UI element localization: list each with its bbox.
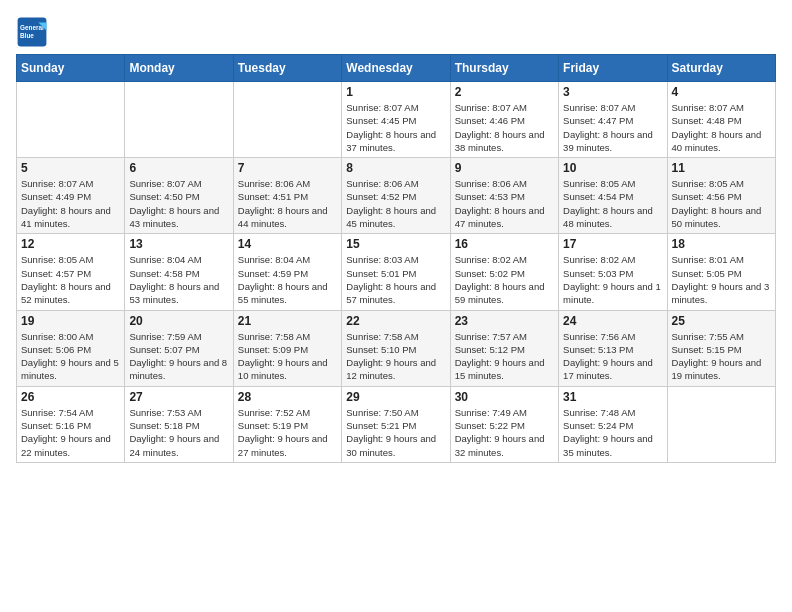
logo: General Blue xyxy=(16,16,52,48)
day-number: 24 xyxy=(563,314,662,328)
calendar-cell: 28Sunrise: 7:52 AM Sunset: 5:19 PM Dayli… xyxy=(233,386,341,462)
day-number: 23 xyxy=(455,314,554,328)
calendar-cell: 2Sunrise: 8:07 AM Sunset: 4:46 PM Daylig… xyxy=(450,82,558,158)
calendar-cell: 8Sunrise: 8:06 AM Sunset: 4:52 PM Daylig… xyxy=(342,158,450,234)
day-info: Sunrise: 8:07 AM Sunset: 4:46 PM Dayligh… xyxy=(455,101,554,154)
day-info: Sunrise: 8:07 AM Sunset: 4:47 PM Dayligh… xyxy=(563,101,662,154)
day-info: Sunrise: 8:07 AM Sunset: 4:49 PM Dayligh… xyxy=(21,177,120,230)
day-number: 29 xyxy=(346,390,445,404)
calendar-cell: 18Sunrise: 8:01 AM Sunset: 5:05 PM Dayli… xyxy=(667,234,775,310)
calendar-cell: 16Sunrise: 8:02 AM Sunset: 5:02 PM Dayli… xyxy=(450,234,558,310)
calendar-cell: 1Sunrise: 8:07 AM Sunset: 4:45 PM Daylig… xyxy=(342,82,450,158)
day-number: 13 xyxy=(129,237,228,251)
day-info: Sunrise: 8:07 AM Sunset: 4:45 PM Dayligh… xyxy=(346,101,445,154)
day-number: 4 xyxy=(672,85,771,99)
day-info: Sunrise: 8:04 AM Sunset: 4:59 PM Dayligh… xyxy=(238,253,337,306)
day-number: 6 xyxy=(129,161,228,175)
day-info: Sunrise: 7:58 AM Sunset: 5:09 PM Dayligh… xyxy=(238,330,337,383)
calendar-cell: 6Sunrise: 8:07 AM Sunset: 4:50 PM Daylig… xyxy=(125,158,233,234)
day-number: 26 xyxy=(21,390,120,404)
calendar-week-row: 12Sunrise: 8:05 AM Sunset: 4:57 PM Dayli… xyxy=(17,234,776,310)
day-info: Sunrise: 8:06 AM Sunset: 4:51 PM Dayligh… xyxy=(238,177,337,230)
day-info: Sunrise: 8:00 AM Sunset: 5:06 PM Dayligh… xyxy=(21,330,120,383)
calendar-cell: 3Sunrise: 8:07 AM Sunset: 4:47 PM Daylig… xyxy=(559,82,667,158)
calendar-cell: 9Sunrise: 8:06 AM Sunset: 4:53 PM Daylig… xyxy=(450,158,558,234)
day-info: Sunrise: 7:53 AM Sunset: 5:18 PM Dayligh… xyxy=(129,406,228,459)
day-number: 15 xyxy=(346,237,445,251)
calendar-header-row: SundayMondayTuesdayWednesdayThursdayFrid… xyxy=(17,55,776,82)
day-number: 9 xyxy=(455,161,554,175)
calendar-cell: 29Sunrise: 7:50 AM Sunset: 5:21 PM Dayli… xyxy=(342,386,450,462)
day-of-week-header: Sunday xyxy=(17,55,125,82)
calendar-cell: 27Sunrise: 7:53 AM Sunset: 5:18 PM Dayli… xyxy=(125,386,233,462)
calendar-cell: 30Sunrise: 7:49 AM Sunset: 5:22 PM Dayli… xyxy=(450,386,558,462)
calendar-cell: 31Sunrise: 7:48 AM Sunset: 5:24 PM Dayli… xyxy=(559,386,667,462)
calendar-cell: 4Sunrise: 8:07 AM Sunset: 4:48 PM Daylig… xyxy=(667,82,775,158)
day-number: 17 xyxy=(563,237,662,251)
calendar-cell xyxy=(17,82,125,158)
day-info: Sunrise: 7:52 AM Sunset: 5:19 PM Dayligh… xyxy=(238,406,337,459)
calendar-cell xyxy=(125,82,233,158)
calendar-cell: 22Sunrise: 7:58 AM Sunset: 5:10 PM Dayli… xyxy=(342,310,450,386)
day-number: 22 xyxy=(346,314,445,328)
day-info: Sunrise: 7:54 AM Sunset: 5:16 PM Dayligh… xyxy=(21,406,120,459)
day-number: 28 xyxy=(238,390,337,404)
day-number: 2 xyxy=(455,85,554,99)
day-number: 11 xyxy=(672,161,771,175)
calendar-cell: 13Sunrise: 8:04 AM Sunset: 4:58 PM Dayli… xyxy=(125,234,233,310)
day-number: 3 xyxy=(563,85,662,99)
calendar-cell: 24Sunrise: 7:56 AM Sunset: 5:13 PM Dayli… xyxy=(559,310,667,386)
calendar-cell: 20Sunrise: 7:59 AM Sunset: 5:07 PM Dayli… xyxy=(125,310,233,386)
day-info: Sunrise: 8:04 AM Sunset: 4:58 PM Dayligh… xyxy=(129,253,228,306)
calendar-cell: 15Sunrise: 8:03 AM Sunset: 5:01 PM Dayli… xyxy=(342,234,450,310)
day-number: 20 xyxy=(129,314,228,328)
day-info: Sunrise: 7:58 AM Sunset: 5:10 PM Dayligh… xyxy=(346,330,445,383)
calendar-week-row: 1Sunrise: 8:07 AM Sunset: 4:45 PM Daylig… xyxy=(17,82,776,158)
calendar-cell: 11Sunrise: 8:05 AM Sunset: 4:56 PM Dayli… xyxy=(667,158,775,234)
page-header: General Blue xyxy=(16,16,776,48)
calendar-cell: 5Sunrise: 8:07 AM Sunset: 4:49 PM Daylig… xyxy=(17,158,125,234)
day-number: 1 xyxy=(346,85,445,99)
day-info: Sunrise: 8:06 AM Sunset: 4:52 PM Dayligh… xyxy=(346,177,445,230)
day-info: Sunrise: 8:06 AM Sunset: 4:53 PM Dayligh… xyxy=(455,177,554,230)
calendar-cell: 25Sunrise: 7:55 AM Sunset: 5:15 PM Dayli… xyxy=(667,310,775,386)
day-of-week-header: Tuesday xyxy=(233,55,341,82)
day-number: 18 xyxy=(672,237,771,251)
day-info: Sunrise: 8:05 AM Sunset: 4:54 PM Dayligh… xyxy=(563,177,662,230)
day-number: 21 xyxy=(238,314,337,328)
day-info: Sunrise: 8:05 AM Sunset: 4:57 PM Dayligh… xyxy=(21,253,120,306)
day-number: 8 xyxy=(346,161,445,175)
day-number: 19 xyxy=(21,314,120,328)
day-number: 16 xyxy=(455,237,554,251)
day-info: Sunrise: 8:01 AM Sunset: 5:05 PM Dayligh… xyxy=(672,253,771,306)
day-number: 5 xyxy=(21,161,120,175)
day-number: 14 xyxy=(238,237,337,251)
calendar-cell: 21Sunrise: 7:58 AM Sunset: 5:09 PM Dayli… xyxy=(233,310,341,386)
day-info: Sunrise: 8:07 AM Sunset: 4:50 PM Dayligh… xyxy=(129,177,228,230)
day-of-week-header: Saturday xyxy=(667,55,775,82)
day-number: 27 xyxy=(129,390,228,404)
day-of-week-header: Wednesday xyxy=(342,55,450,82)
day-of-week-header: Friday xyxy=(559,55,667,82)
day-info: Sunrise: 8:02 AM Sunset: 5:03 PM Dayligh… xyxy=(563,253,662,306)
calendar-table: SundayMondayTuesdayWednesdayThursdayFrid… xyxy=(16,54,776,463)
calendar-cell: 19Sunrise: 8:00 AM Sunset: 5:06 PM Dayli… xyxy=(17,310,125,386)
day-of-week-header: Monday xyxy=(125,55,233,82)
day-info: Sunrise: 7:48 AM Sunset: 5:24 PM Dayligh… xyxy=(563,406,662,459)
day-info: Sunrise: 7:56 AM Sunset: 5:13 PM Dayligh… xyxy=(563,330,662,383)
day-info: Sunrise: 7:55 AM Sunset: 5:15 PM Dayligh… xyxy=(672,330,771,383)
day-info: Sunrise: 8:03 AM Sunset: 5:01 PM Dayligh… xyxy=(346,253,445,306)
day-info: Sunrise: 7:50 AM Sunset: 5:21 PM Dayligh… xyxy=(346,406,445,459)
calendar-cell: 12Sunrise: 8:05 AM Sunset: 4:57 PM Dayli… xyxy=(17,234,125,310)
calendar-cell: 23Sunrise: 7:57 AM Sunset: 5:12 PM Dayli… xyxy=(450,310,558,386)
day-number: 31 xyxy=(563,390,662,404)
calendar-week-row: 19Sunrise: 8:00 AM Sunset: 5:06 PM Dayli… xyxy=(17,310,776,386)
calendar-week-row: 26Sunrise: 7:54 AM Sunset: 5:16 PM Dayli… xyxy=(17,386,776,462)
day-of-week-header: Thursday xyxy=(450,55,558,82)
day-info: Sunrise: 7:57 AM Sunset: 5:12 PM Dayligh… xyxy=(455,330,554,383)
calendar-cell xyxy=(233,82,341,158)
day-number: 12 xyxy=(21,237,120,251)
calendar-cell: 10Sunrise: 8:05 AM Sunset: 4:54 PM Dayli… xyxy=(559,158,667,234)
day-info: Sunrise: 7:59 AM Sunset: 5:07 PM Dayligh… xyxy=(129,330,228,383)
day-number: 30 xyxy=(455,390,554,404)
